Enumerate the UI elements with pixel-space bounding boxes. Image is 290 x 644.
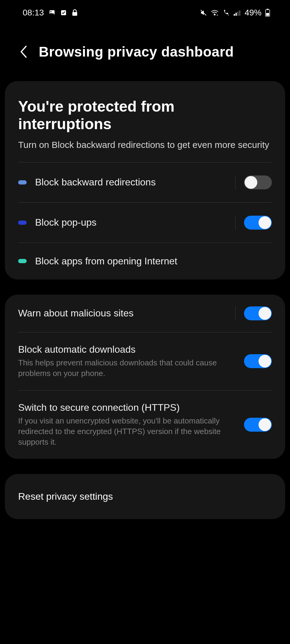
battery-pct: 49%: [245, 8, 262, 18]
reset-card: Reset privacy settings: [5, 474, 285, 519]
page-title: Browsing privacy dashboard: [39, 44, 234, 60]
svg-rect-8: [236, 13, 237, 16]
vertical-divider: [235, 306, 236, 321]
row-block-popups[interactable]: Block pop-ups: [5, 203, 285, 243]
row-label: Block backward redirections: [35, 177, 227, 188]
hero-subtitle: Turn on Block backward redirections to g…: [18, 139, 272, 151]
svg-rect-12: [267, 9, 269, 10]
row-warn-malicious[interactable]: Warn about malicious sites: [5, 295, 285, 332]
wifi-icon: [211, 9, 219, 16]
svg-rect-3: [72, 12, 77, 16]
vertical-divider: [235, 175, 236, 190]
row-label: Block pop-ups: [35, 217, 227, 228]
svg-rect-10: [239, 10, 240, 16]
svg-point-5: [214, 14, 215, 15]
toggle-block-auto-downloads[interactable]: [244, 354, 272, 368]
row-subtitle: This helps prevent malicious downloads t…: [18, 358, 236, 379]
dot-icon: [18, 259, 27, 263]
vertical-divider: [235, 215, 236, 230]
toggle-block-popups[interactable]: [244, 216, 272, 230]
row-block-apps[interactable]: Block apps from opening Internet: [5, 243, 285, 280]
security-card: Warn about malicious sites Block automat…: [5, 295, 285, 459]
protection-card: You're protected from interruptions Turn…: [5, 81, 285, 280]
row-label: Block apps from opening Internet: [35, 256, 272, 267]
hero-title: You're protected from interruptions: [18, 98, 272, 133]
battery-icon: [265, 9, 270, 17]
dot-icon: [18, 180, 27, 185]
mute-icon: [200, 9, 207, 16]
svg-point-1: [51, 11, 52, 12]
status-left: 08:13: [23, 8, 78, 18]
row-title: Block automatic downloads: [18, 344, 236, 355]
image-icon: [49, 9, 55, 16]
status-bar: 08:13 1 49%: [0, 0, 290, 25]
signal-icon: [234, 10, 241, 16]
reset-privacy-button[interactable]: Reset privacy settings: [5, 474, 285, 519]
svg-rect-7: [234, 14, 235, 16]
dot-icon: [18, 221, 27, 225]
toggle-warn-malicious[interactable]: [244, 306, 272, 320]
volte-icon: 1: [222, 9, 230, 16]
status-time: 08:13: [23, 8, 44, 18]
reset-label: Reset privacy settings: [18, 491, 113, 502]
checkbox-icon: [60, 9, 67, 16]
row-title: Switch to secure connection (HTTPS): [18, 402, 236, 413]
svg-text:1: 1: [228, 14, 229, 16]
row-subtitle: If you visit an unencrypted website, you…: [18, 416, 236, 447]
row-block-backward[interactable]: Block backward redirections: [5, 162, 285, 202]
row-https[interactable]: Switch to secure connection (HTTPS) If y…: [5, 391, 285, 459]
row-title: Warn about malicious sites: [18, 308, 227, 319]
toggle-block-backward[interactable]: [244, 175, 272, 189]
lock-icon: [72, 9, 78, 16]
hero-section: You're protected from interruptions Turn…: [5, 81, 285, 162]
status-right: 1 49%: [200, 8, 270, 18]
back-icon[interactable]: [19, 44, 28, 59]
page-header: Browsing privacy dashboard: [0, 25, 290, 81]
toggle-https[interactable]: [244, 418, 272, 432]
svg-rect-9: [237, 11, 239, 16]
row-block-auto-downloads[interactable]: Block automatic downloads This helps pre…: [5, 332, 285, 390]
svg-rect-13: [266, 13, 269, 16]
